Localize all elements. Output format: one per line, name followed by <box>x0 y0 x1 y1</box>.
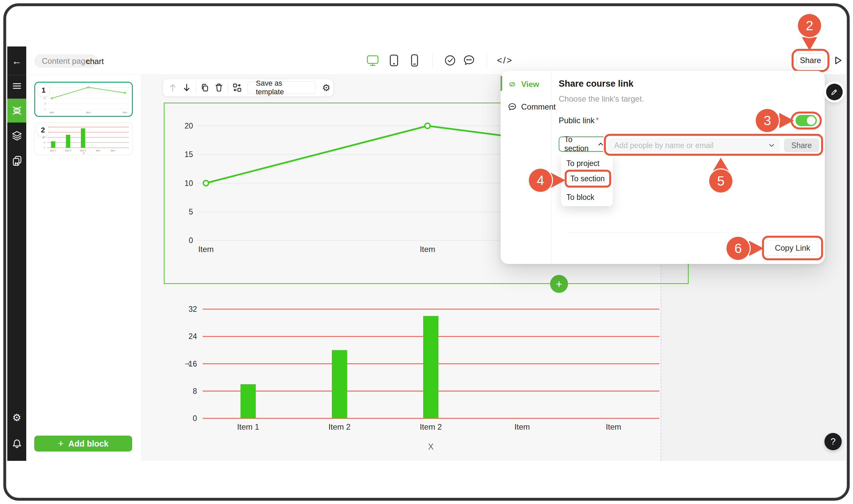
add-people-input[interactable] <box>608 139 779 152</box>
svg-text:32: 32 <box>188 305 197 313</box>
callout-3: 3 <box>756 109 779 132</box>
svg-text:5: 5 <box>45 103 46 105</box>
public-link-label: Public link* <box>559 116 599 125</box>
to-section-highlight-ring[interactable]: To section <box>565 170 611 187</box>
block-settings-gear-icon[interactable]: ⚙ <box>319 80 333 95</box>
thumbnail-bar-chart: 08162432Item 1Item 2Item 2ItemItemXY <box>35 123 132 155</box>
svg-text:Item 2: Item 2 <box>420 422 442 431</box>
menu-item-to-project[interactable]: To project <box>566 159 600 168</box>
svg-text:0: 0 <box>44 146 45 149</box>
duplicate-block-icon[interactable] <box>198 80 212 95</box>
callout-5-pointer <box>713 158 729 171</box>
tab-view[interactable]: View <box>507 79 539 89</box>
svg-text:Item 2: Item 2 <box>65 149 71 152</box>
callout-2: 2 <box>798 14 821 37</box>
svg-text:Item: Item <box>111 149 115 152</box>
copy-link-button[interactable]: Copy Link <box>766 240 819 256</box>
svg-text:8: 8 <box>193 387 197 395</box>
svg-text:Item 2: Item 2 <box>80 149 86 152</box>
move-up-icon[interactable] <box>166 80 180 95</box>
chevron-down-icon[interactable] <box>768 142 775 149</box>
sidebar-item-content-blocks[interactable] <box>7 98 26 123</box>
copy-link-highlight-ring: Copy Link <box>762 236 823 260</box>
svg-text:Item: Item <box>123 111 127 113</box>
invite-highlight-ring: Share <box>604 134 823 156</box>
thumbnail-number: 1 <box>38 85 49 96</box>
toggle-knob <box>807 116 816 125</box>
callout-2-pointer <box>802 37 817 51</box>
dialog-divider <box>568 232 817 233</box>
share-highlight-ring: Share <box>792 49 830 72</box>
move-down-icon[interactable] <box>180 80 194 95</box>
tablet-preview-icon[interactable] <box>387 53 401 68</box>
svg-text:Item 1: Item 1 <box>237 422 260 431</box>
svg-text:Y: Y <box>41 137 44 139</box>
header-separator <box>486 53 487 67</box>
add-block-button[interactable]: + Add block <box>34 436 132 452</box>
thumbnail-line-chart: 05101520ItemItemItem <box>35 83 132 116</box>
page-thumbnail-1[interactable]: 1 05101520ItemItemItem <box>34 82 133 117</box>
dialog-title: Share course link <box>559 79 634 89</box>
duplicate-pages-icon[interactable] <box>7 152 26 170</box>
pencil-icon <box>830 88 839 96</box>
svg-text:X: X <box>83 152 85 155</box>
tab-comment[interactable]: Comment <box>507 102 556 112</box>
svg-text:Y: Y <box>183 361 193 367</box>
help-fab[interactable]: ? <box>824 433 842 450</box>
dialog-subtitle: Choose the link's target. <box>559 94 644 104</box>
menu-item-to-block[interactable]: To block <box>566 193 594 202</box>
app-window: Content page chart </> Share <box>3 3 850 501</box>
callout-6-pointer <box>749 241 764 256</box>
svg-text:8: 8 <box>44 141 45 144</box>
check-circle-icon[interactable] <box>443 53 457 68</box>
layers-icon[interactable] <box>7 126 26 145</box>
required-asterisk: * <box>596 116 599 124</box>
pages-panel: 1 05101520ItemItemItem 2 08162432Item 1I… <box>26 75 142 461</box>
callout-3-pointer <box>779 113 794 128</box>
left-rail: ← ⚙ <box>7 47 26 461</box>
svg-text:Item 2: Item 2 <box>328 422 351 431</box>
settings-gear-icon[interactable]: ⚙ <box>7 408 26 427</box>
mobile-preview-icon[interactable] <box>407 53 422 68</box>
delete-block-icon[interactable] <box>212 80 226 95</box>
bar-chart[interactable]: 08162432Item 1Item 2Item 2ItemItemXY <box>164 299 689 455</box>
share-dialog: View Comment Share course link Choose th… <box>501 71 825 264</box>
toolbar-separator <box>228 82 228 93</box>
page-thumbnail-2[interactable]: 2 08162432Item 1Item 2Item 2ItemItemXY <box>34 122 133 155</box>
link-target-dropdown[interactable]: To section <box>559 137 608 152</box>
toggle-highlight-ring <box>790 111 822 129</box>
callout-5: 5 <box>709 169 732 193</box>
svg-text:24: 24 <box>188 332 197 341</box>
svg-text:Item: Item <box>50 111 54 113</box>
add-block-below-button[interactable]: + <box>550 275 568 293</box>
back-icon[interactable]: ← <box>7 52 26 70</box>
active-tab-indicator <box>501 76 502 91</box>
chevron-up-icon <box>598 141 604 147</box>
block-toolbar: Save as template ⚙ <box>163 79 334 96</box>
svg-text:X: X <box>428 442 434 451</box>
plus-icon: + <box>58 438 64 449</box>
svg-text:Item: Item <box>96 149 100 152</box>
save-as-template-button[interactable]: Save as template <box>247 82 316 94</box>
dropdown-value: To section <box>564 135 598 153</box>
play-preview-icon[interactable] <box>831 53 845 68</box>
svg-text:Item 1: Item 1 <box>50 149 56 152</box>
svg-text:0: 0 <box>45 108 46 110</box>
edit-pencil-fab[interactable] <box>826 84 843 100</box>
replace-block-icon[interactable] <box>230 80 244 95</box>
menu-hamburger-icon[interactable] <box>7 77 26 95</box>
share-button[interactable]: Share <box>796 53 825 67</box>
code-embed-icon[interactable]: </> <box>498 53 512 68</box>
svg-text:Item: Item <box>606 422 621 431</box>
desktop-preview-icon[interactable] <box>366 53 380 68</box>
view-link-icon <box>507 79 517 89</box>
comment-bubble-icon[interactable] <box>462 53 476 68</box>
public-link-toggle[interactable] <box>796 115 817 126</box>
add-block-label: Add block <box>68 439 109 449</box>
dialog-share-button[interactable]: Share <box>784 139 819 152</box>
header-separator <box>432 53 433 67</box>
dialog-tab-column: View Comment <box>501 71 551 264</box>
callout-6: 6 <box>726 237 750 260</box>
notifications-bell-icon[interactable] <box>7 434 26 453</box>
svg-text:10: 10 <box>43 97 46 99</box>
